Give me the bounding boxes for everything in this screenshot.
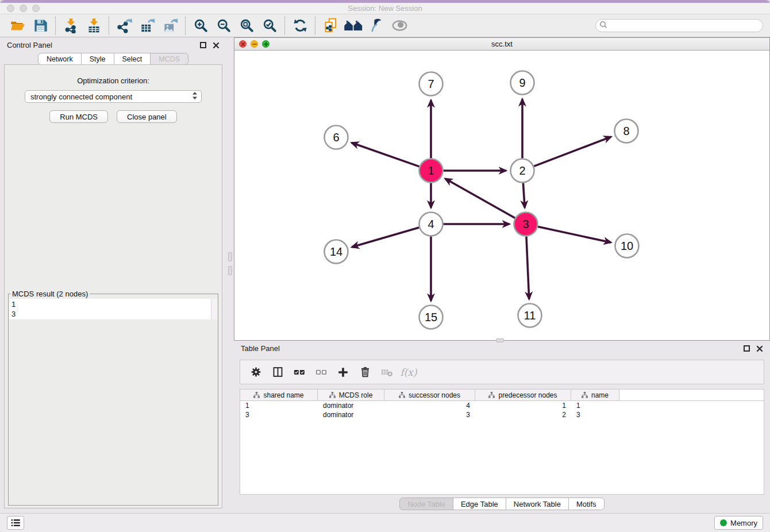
panel-splitter[interactable] — [226, 37, 234, 513]
svg-text:11: 11 — [524, 309, 536, 322]
tab-node-table[interactable]: Node Table — [399, 498, 453, 510]
add-column-icon[interactable] — [332, 362, 354, 383]
tab-edge-table[interactable]: Edge Table — [453, 498, 506, 510]
network-graph: 7968124314101511 — [234, 51, 769, 340]
select-all-icon[interactable] — [288, 362, 310, 383]
close-panel-button[interactable]: Close panel — [117, 110, 177, 123]
zoom-fit-icon[interactable] — [235, 16, 258, 36]
deselect-all-icon[interactable] — [310, 362, 332, 383]
left-splitter-grip[interactable] — [228, 252, 232, 261]
graph-edge-1-6[interactable] — [352, 142, 419, 166]
mcds-result-text[interactable]: 13 — [9, 299, 211, 319]
graph-edge-3-1[interactable] — [445, 179, 515, 218]
graph-node-3[interactable]: 3 — [514, 213, 538, 236]
graph-node-8[interactable]: 8 — [615, 119, 638, 143]
export-table-icon[interactable] — [136, 16, 159, 36]
zoom-out-icon[interactable] — [212, 16, 235, 36]
network-close-icon[interactable] — [239, 40, 247, 48]
table-row[interactable]: 3dominator323 — [240, 410, 764, 419]
table-row[interactable]: 1dominator411 — [240, 401, 764, 410]
toolbar-separator — [284, 17, 285, 35]
network-minimize-icon[interactable] — [251, 40, 258, 48]
memory-button[interactable]: Memory — [714, 516, 763, 530]
tab-select[interactable]: Select — [114, 53, 151, 65]
tab-motifs[interactable]: Motifs — [568, 498, 605, 510]
network-maximize-icon[interactable] — [262, 40, 270, 48]
float-table-panel-icon[interactable] — [744, 345, 750, 352]
graph-node-11[interactable]: 11 — [518, 304, 542, 327]
import-table-icon[interactable] — [82, 16, 105, 36]
result-scrollbar[interactable] — [211, 299, 217, 319]
graph-edge-4-14[interactable] — [352, 228, 419, 247]
delete-column-icon[interactable] — [354, 362, 376, 383]
function-builder-icon: f(x) — [398, 362, 419, 383]
graph-edge-2-8[interactable] — [534, 137, 611, 166]
tab-mcds[interactable]: MCDS — [150, 53, 188, 65]
tab-network[interactable]: Network — [38, 53, 82, 65]
search-box[interactable] — [595, 19, 763, 32]
window-minimize-icon[interactable] — [20, 5, 27, 12]
graph-edge-3-10[interactable] — [538, 227, 611, 242]
svg-text:10: 10 — [621, 240, 633, 252]
svg-text:2: 2 — [519, 164, 525, 177]
graph-node-7[interactable]: 7 — [419, 72, 443, 96]
column-header-predecessor-nodes[interactable]: predecessor nodes — [475, 390, 571, 400]
import-network-icon[interactable] — [59, 16, 82, 36]
memory-button-label: Memory — [730, 519, 757, 527]
export-image-icon[interactable] — [159, 16, 182, 36]
zoom-in-icon[interactable] — [189, 16, 212, 36]
column-header-shared-name[interactable]: shared name — [240, 390, 318, 400]
column-visibility-icon[interactable] — [267, 362, 288, 383]
column-header-name[interactable]: name — [571, 390, 619, 400]
table-cell: 1 — [571, 402, 619, 410]
graph-node-10[interactable]: 10 — [615, 234, 639, 258]
tab-network-table[interactable]: Network Table — [506, 498, 569, 510]
graph-node-15[interactable]: 15 — [419, 306, 443, 329]
graph-node-2[interactable]: 2 — [511, 159, 534, 183]
attribute-type-icon — [488, 392, 495, 398]
svg-text:14: 14 — [330, 245, 342, 258]
task-history-button[interactable] — [7, 516, 24, 530]
clone-network-icon[interactable] — [319, 16, 342, 36]
table-cell: 3 — [571, 411, 619, 419]
graph-edge-3-11[interactable] — [526, 236, 529, 299]
toolbar-separator — [109, 17, 109, 35]
refresh-icon[interactable] — [288, 16, 311, 36]
delete-table-icon — [376, 362, 398, 383]
table-settings-icon[interactable] — [245, 362, 267, 383]
graph-node-9[interactable]: 9 — [511, 71, 534, 95]
graph-node-1[interactable]: 1 — [419, 159, 443, 183]
graph-edge-2-3[interactable] — [523, 183, 525, 207]
graph-node-14[interactable]: 14 — [325, 240, 348, 264]
zoom-selected-icon[interactable] — [258, 16, 281, 36]
tab-style[interactable]: Style — [81, 53, 114, 65]
graph-node-4[interactable]: 4 — [419, 213, 443, 236]
column-header-filler — [619, 390, 764, 400]
table-body: 1dominator4113dominator323 — [240, 401, 764, 494]
bottom-splitter-grip[interactable] — [496, 338, 504, 342]
float-panel-icon[interactable] — [200, 42, 206, 48]
attribute-type-icon — [582, 392, 588, 398]
run-mcds-button[interactable]: Run MCDS — [49, 110, 108, 123]
attribute-type-icon — [399, 392, 405, 398]
optimization-criterion-label: Optimization criterion: — [5, 76, 222, 85]
close-table-panel-icon[interactable] — [756, 345, 763, 352]
network-canvas[interactable]: 7968124314101511 — [234, 51, 769, 340]
table-cell: 4 — [384, 402, 475, 410]
open-file-icon[interactable] — [6, 16, 29, 36]
apply-style-icon[interactable] — [365, 16, 388, 36]
control-panel-tabs: NetworkStyleSelectMCDS — [0, 53, 226, 65]
export-network-icon[interactable] — [113, 16, 136, 36]
window-zoom-icon[interactable] — [32, 5, 40, 12]
column-header-mcds-role[interactable]: MCDS role — [318, 390, 384, 400]
window-close-icon[interactable] — [7, 5, 14, 12]
splitter-grip[interactable] — [228, 266, 232, 275]
column-header-successor-nodes[interactable]: successor nodes — [384, 390, 475, 400]
search-input[interactable] — [607, 20, 759, 31]
attribute-type-icon — [329, 392, 336, 398]
close-panel-icon[interactable] — [213, 42, 220, 49]
graph-node-6[interactable]: 6 — [325, 126, 348, 149]
first-neighbors-icon[interactable] — [342, 16, 365, 36]
save-session-icon[interactable] — [29, 16, 52, 36]
optimization-criterion-select[interactable]: strongly connected component — [25, 90, 202, 103]
